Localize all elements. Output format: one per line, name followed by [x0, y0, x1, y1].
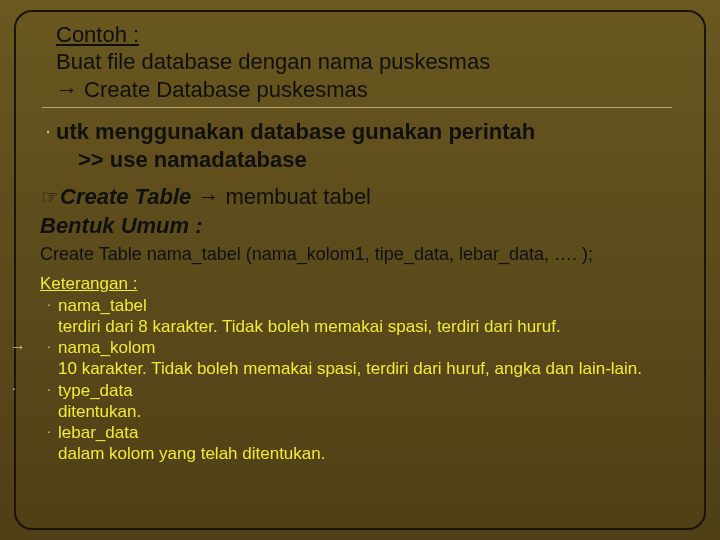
ket-term-3: type_data [58, 381, 133, 400]
use-db-line-a: utk menggunakan database gunakan perinta… [56, 119, 535, 144]
create-table-desc: membuat tabel [225, 184, 371, 209]
create-table-text: Create Table → membuat tabel [60, 183, 371, 211]
content-frame: Contoh : Buat file database dengan nama … [14, 10, 706, 530]
ket-item-1-body: nama_tabel terdiri dari 8 karakter. Tida… [58, 295, 561, 338]
use-db-bullet: · utk menggunakan database gunakan perin… [40, 118, 686, 173]
ket-term-1: nama_tabel [58, 296, 147, 315]
ket-item-4: · lebar_data dalam kolom yang telah dite… [40, 422, 686, 465]
keterangan-title: Keterangan : [40, 274, 137, 293]
ket-item-2: → · nama_kolom 10 karakter. Tidak boleh … [40, 337, 686, 380]
create-table-syntax: Create Table nama_tabel (nama_kolom1, ti… [40, 243, 686, 266]
slide: Contoh : Buat file database dengan nama … [0, 0, 720, 540]
bullet-dot-icon: · [40, 422, 58, 440]
bullet-dot-icon: · [40, 118, 56, 142]
ket-item-4-body: lebar_data dalam kolom yang telah ditent… [58, 422, 325, 465]
bentuk-umum-label: Bentuk Umum : [40, 213, 686, 239]
keterangan-block: Keterangan : · nama_tabel terdiri dari 8… [40, 273, 686, 464]
ket-item-2-body: nama_kolom 10 karakter. Tidak boleh mema… [58, 337, 642, 380]
ket-desc-3: ditentukan. [58, 402, 141, 421]
ket-item-3-body: type_data ditentukan. [58, 380, 141, 423]
ket-term-4: lebar_data [58, 423, 138, 442]
divider [42, 107, 672, 108]
arrow-right-icon: → [10, 337, 26, 357]
bullet-dot-icon: · [40, 295, 58, 313]
bullet-dot-icon: · [40, 380, 58, 398]
pointing-hand-icon: ☞ [40, 185, 60, 209]
bullet-dot-icon: · [40, 337, 58, 355]
ket-term-2: nama_kolom [58, 338, 155, 357]
instruction-line-1: Buat file database dengan nama puskesmas [56, 48, 686, 76]
create-table-term: Create Table [60, 184, 191, 209]
create-table-arrow: → [191, 184, 225, 209]
ket-desc-4: dalam kolom yang telah ditentukan. [58, 444, 325, 463]
ket-item-1: · nama_tabel terdiri dari 8 karakter. Ti… [40, 295, 686, 338]
use-db-line-b: >> use namadatabase [56, 147, 307, 172]
ket-desc-1: terdiri dari 8 karakter. Tidak boleh mem… [58, 317, 561, 336]
create-table-row: ☞ Create Table → membuat tabel [40, 183, 686, 211]
ket-item-3: · · type_data ditentukan. [40, 380, 686, 423]
ket-desc-2: 10 karakter. Tidak boleh memakai spasi, … [58, 359, 642, 378]
instruction-line-2: → Create Database puskesmas [56, 76, 686, 104]
heading-contoh: Contoh : [56, 22, 686, 48]
bullet-dot-icon: · [12, 380, 16, 398]
use-db-text: utk menggunakan database gunakan perinta… [56, 118, 535, 173]
